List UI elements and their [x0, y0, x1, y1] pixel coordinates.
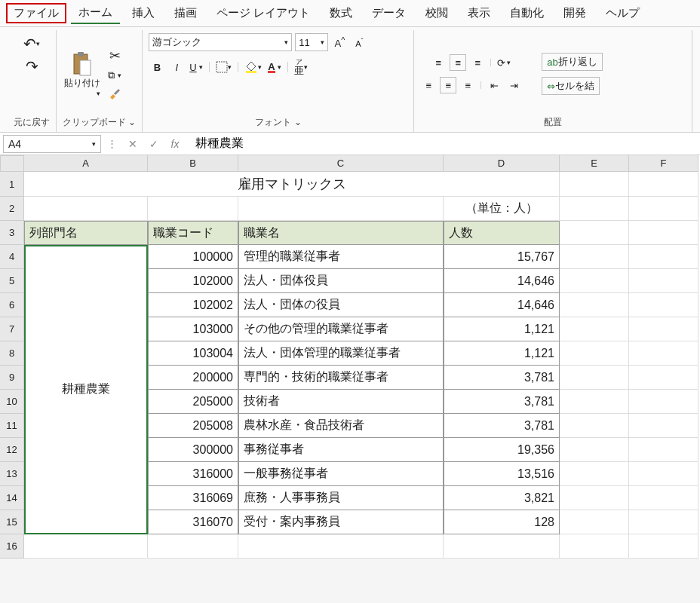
cell[interactable]: 200000 — [148, 366, 238, 390]
paste-button[interactable]: 貼り付け ▾ — [63, 50, 102, 99]
cell[interactable]: 102000 — [148, 269, 238, 293]
row-header[interactable]: 7 — [0, 317, 24, 341]
cell[interactable] — [629, 438, 698, 462]
cell[interactable] — [560, 366, 629, 390]
row-header[interactable]: 11 — [0, 414, 24, 438]
cell[interactable] — [629, 269, 698, 293]
cell[interactable] — [560, 486, 629, 510]
cell[interactable]: 3,781 — [444, 390, 560, 414]
cell[interactable] — [629, 366, 698, 390]
name-box[interactable]: A4▾ — [3, 135, 101, 153]
cut-button[interactable]: ✂ — [106, 46, 123, 66]
cell[interactable] — [629, 317, 698, 341]
row-header[interactable]: 2 — [0, 197, 24, 221]
cell[interactable] — [560, 197, 629, 221]
align-top-button[interactable]: ≡ — [430, 54, 447, 71]
cell[interactable]: その他の管理的職業従事者 — [238, 317, 444, 341]
cell[interactable]: 法人・団体管理的職業従事者 — [238, 341, 444, 366]
spreadsheet-grid[interactable]: A B C D E F 1 雇用マトリックス 2 （単位：人） 3 列部門名 職… — [0, 155, 700, 559]
cell[interactable]: 128 — [444, 510, 560, 534]
cell[interactable]: 103000 — [148, 317, 238, 341]
cell[interactable] — [560, 462, 629, 486]
cell[interactable]: 14,646 — [444, 269, 560, 293]
cell[interactable] — [629, 414, 698, 438]
cell[interactable] — [629, 221, 698, 245]
align-right-button[interactable]: ≡ — [459, 77, 476, 93]
undo-button[interactable]: ↶ ▾ — [22, 33, 41, 54]
italic-button[interactable]: I — [168, 59, 185, 75]
menu-developer[interactable]: 開発 — [556, 3, 594, 23]
cell[interactable]: 法人・団体の役員 — [238, 293, 444, 317]
cell[interactable] — [629, 245, 698, 269]
row-header[interactable]: 4 — [0, 245, 24, 269]
cell[interactable] — [560, 293, 629, 317]
cell[interactable] — [560, 414, 629, 438]
menu-view[interactable]: 表示 — [460, 3, 498, 23]
cell[interactable] — [560, 269, 629, 293]
cell[interactable] — [629, 172, 698, 197]
cell[interactable] — [629, 486, 698, 510]
cell[interactable] — [24, 534, 148, 559]
confirm-formula-button[interactable]: ✓ — [146, 136, 162, 152]
cell[interactable] — [148, 197, 238, 221]
align-left-button[interactable]: ≡ — [420, 77, 437, 93]
menu-help[interactable]: ヘルプ — [598, 3, 647, 23]
col-header-a[interactable]: A — [24, 155, 148, 172]
row-header[interactable]: 15 — [0, 510, 24, 534]
row-header[interactable]: 12 — [0, 438, 24, 462]
cell[interactable]: 102002 — [148, 293, 238, 317]
row-header[interactable]: 3 — [0, 221, 24, 245]
cell[interactable] — [629, 510, 698, 534]
row-header[interactable]: 8 — [0, 341, 24, 366]
indent-inc-button[interactable]: ⇥ — [505, 77, 522, 93]
cell[interactable] — [629, 390, 698, 414]
ruby-button[interactable]: ア亜 ▾ — [293, 57, 309, 77]
cell[interactable]: 300000 — [148, 438, 238, 462]
wrap-text-button[interactable]: ab 折り返し — [542, 53, 602, 71]
font-size-combo[interactable]: 11▾ — [295, 33, 328, 51]
copy-button[interactable]: ⧉ ▾ — [106, 67, 123, 84]
bold-button[interactable]: B — [149, 59, 165, 75]
menu-home[interactable]: ホーム — [71, 2, 120, 24]
cell[interactable] — [24, 197, 148, 221]
menu-review[interactable]: 校閲 — [418, 3, 456, 23]
increase-font-button[interactable]: A^ — [331, 34, 348, 51]
orientation-button[interactable]: ⟳ ▾ — [496, 54, 512, 71]
menu-insert[interactable]: 挿入 — [124, 3, 162, 23]
merge-cells-button[interactable]: ⇔ セルを結 — [542, 77, 600, 95]
row-header[interactable]: 1 — [0, 172, 24, 197]
unit-cell[interactable]: （単位：人） — [444, 197, 560, 221]
cell[interactable] — [629, 534, 698, 559]
menu-formulas[interactable]: 数式 — [322, 3, 360, 23]
cell[interactable]: 専門的・技術的職業従事者 — [238, 366, 444, 390]
col-header-e[interactable]: E — [560, 155, 629, 172]
cell[interactable]: 3,821 — [444, 486, 560, 510]
cell[interactable] — [560, 390, 629, 414]
col-header-f[interactable]: F — [629, 155, 698, 172]
merged-category-cell[interactable]: 耕種農業 — [24, 245, 148, 534]
cell[interactable]: 1,121 — [444, 341, 560, 366]
menu-draw[interactable]: 描画 — [167, 3, 204, 23]
cell[interactable] — [238, 534, 444, 559]
formula-input[interactable] — [188, 135, 700, 153]
cell[interactable] — [560, 510, 629, 534]
row-header[interactable]: 16 — [0, 534, 24, 559]
align-center-button[interactable]: ≡ — [440, 77, 456, 93]
border-button[interactable]: ▾ — [214, 59, 233, 75]
fill-color-button[interactable]: ▾ — [243, 59, 263, 75]
font-color-button[interactable]: A ▾ — [266, 59, 283, 75]
cell[interactable]: 庶務・人事事務員 — [238, 486, 444, 510]
row-header[interactable]: 13 — [0, 462, 24, 486]
cell[interactable] — [560, 172, 629, 197]
cell[interactable] — [560, 317, 629, 341]
cell[interactable]: 103004 — [148, 341, 238, 366]
cell[interactable] — [560, 534, 629, 559]
cell[interactable] — [560, 245, 629, 269]
title-cell[interactable]: 雇用マトリックス — [24, 172, 560, 197]
col-header-c[interactable]: C — [238, 155, 444, 172]
cell[interactable]: 法人・団体役員 — [238, 269, 444, 293]
cell[interactable] — [560, 221, 629, 245]
cell[interactable]: 100000 — [148, 245, 238, 269]
cell[interactable] — [560, 438, 629, 462]
menu-data[interactable]: データ — [364, 3, 413, 23]
